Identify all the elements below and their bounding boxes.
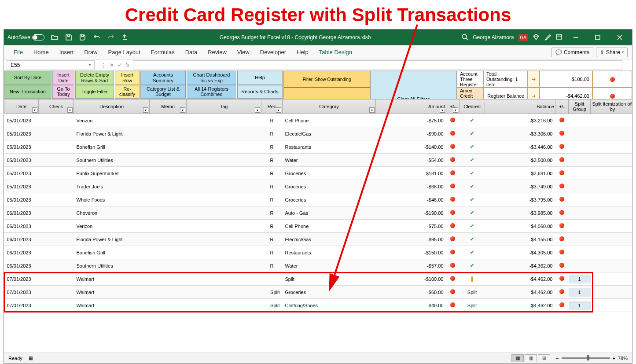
maximize-button[interactable] bbox=[589, 31, 607, 44]
fx-expand-icon[interactable]: ⋮ bbox=[101, 62, 106, 68]
sort-by-date-button[interactable]: Sort By Date bbox=[4, 71, 51, 85]
column-header[interactable]: Amount▾ bbox=[376, 99, 446, 114]
status-dot bbox=[592, 71, 632, 88]
table-row[interactable]: 07/01/2023WalmartSplitGroceries-$60.00Sp… bbox=[4, 286, 632, 299]
column-header[interactable]: Tag▾ bbox=[187, 99, 261, 114]
comments-button[interactable]: 💬 Comments bbox=[551, 48, 593, 57]
table-row[interactable]: 06/01/2023CheveronRAuto - Gas-$190.00✔-$… bbox=[4, 206, 632, 220]
save-as-icon[interactable] bbox=[79, 33, 87, 41]
user-avatar[interactable]: GA bbox=[518, 34, 528, 41]
tab-formulas[interactable]: Formulas bbox=[146, 47, 180, 57]
tab-insert[interactable]: Insert bbox=[54, 47, 79, 57]
fx-cancel-icon[interactable]: ✕ bbox=[110, 62, 114, 68]
share-button[interactable]: ⇪ Share ▾ bbox=[596, 48, 628, 57]
name-box[interactable]: E55▾ bbox=[7, 60, 95, 70]
new-transaction-button[interactable]: New Transaction bbox=[4, 85, 51, 99]
column-header[interactable]: +/-▾ bbox=[446, 99, 460, 114]
filter-icon[interactable]: ▾ bbox=[67, 107, 73, 113]
redo-icon[interactable] bbox=[107, 33, 115, 41]
tab-home[interactable]: Home bbox=[28, 47, 54, 57]
status-ready: Ready bbox=[8, 356, 22, 361]
column-header[interactable]: Split Group bbox=[569, 99, 591, 114]
table-row[interactable]: 07/01/2023WalmartSplit-$100.00❚-$4,462.0… bbox=[4, 272, 632, 286]
zoom-out-button[interactable]: − bbox=[556, 356, 559, 361]
tab-draw[interactable]: Draw bbox=[79, 47, 103, 57]
table-row[interactable]: 05/01/2023VerizonRCell Phone-$75.00✔-$3,… bbox=[4, 114, 632, 127]
table-row[interactable]: 07/01/2023WalmartSplitClothing/Shoes-$40… bbox=[4, 299, 632, 312]
tab-page-layout[interactable]: Page Layout bbox=[103, 47, 146, 57]
autosave-toggle[interactable]: AutoSave bbox=[7, 34, 44, 40]
table-row[interactable]: 05/01/2023Trader Joe'sRGroceries-$68.00✔… bbox=[4, 180, 632, 193]
filter-icon[interactable]: ▾ bbox=[369, 107, 375, 113]
undo-icon[interactable] bbox=[93, 33, 101, 41]
reports-charts-button[interactable]: Reports & Charts bbox=[237, 85, 283, 99]
category-budget-button[interactable]: Category List & Budget bbox=[140, 85, 186, 99]
table-row[interactable]: 06/01/2023Southern UtilitiesRWater-$57.0… bbox=[4, 259, 632, 272]
fx-confirm-icon[interactable]: ✓ bbox=[118, 62, 122, 68]
insert-date-button[interactable]: Insert Date bbox=[52, 71, 74, 85]
column-header[interactable]: Cleared bbox=[460, 99, 485, 114]
filter-icon[interactable]: ▾ bbox=[440, 107, 445, 113]
column-header[interactable]: Date▾ bbox=[4, 99, 39, 114]
filter-icon[interactable]: ▾ bbox=[32, 107, 37, 113]
minimize-button[interactable] bbox=[567, 31, 585, 44]
filter-outstanding-button[interactable]: Filter: Show Outstanding bbox=[283, 71, 370, 88]
table-row[interactable]: 06/01/2023Florida Power & LightRElectric… bbox=[4, 233, 632, 246]
tab-developer[interactable]: Developer bbox=[255, 47, 291, 57]
column-header[interactable]: +/- bbox=[555, 99, 569, 114]
tab-review[interactable]: Review bbox=[202, 47, 232, 57]
tab-table-design[interactable]: Table Design bbox=[314, 47, 357, 57]
filter-icon[interactable]: ▾ bbox=[276, 107, 281, 113]
tab-file[interactable]: File bbox=[8, 47, 28, 57]
page-layout-view-button[interactable]: ▥ bbox=[525, 354, 537, 362]
column-header[interactable]: Check▾ bbox=[39, 99, 74, 114]
search-icon[interactable] bbox=[461, 33, 468, 42]
accounts-summary-button[interactable]: Accounts Summary bbox=[140, 71, 186, 85]
accessibility-icon[interactable]: ▦ bbox=[29, 355, 33, 361]
touch-icon[interactable] bbox=[121, 33, 129, 41]
table-row[interactable]: 05/01/2023Publix SupermarketRGroceries-$… bbox=[4, 167, 632, 180]
paint-icon[interactable] bbox=[544, 33, 551, 42]
column-header[interactable]: Memo▾ bbox=[150, 99, 187, 114]
register-table-wrap[interactable]: Date▾Check▾Description▾Memo▾Tag▾Rec▾Cate… bbox=[4, 99, 632, 353]
filter-icon[interactable]: ▾ bbox=[255, 107, 260, 113]
filter-icon[interactable]: ▾ bbox=[143, 107, 148, 113]
insert-row-button[interactable]: Insert Row bbox=[115, 71, 140, 85]
page-break-view-button[interactable]: ⊞ bbox=[538, 354, 550, 362]
column-header[interactable]: Description▾ bbox=[74, 99, 150, 114]
user-name[interactable]: George Alzamora bbox=[473, 34, 514, 40]
diamond-icon[interactable] bbox=[533, 33, 540, 42]
fx-icon[interactable]: fx bbox=[125, 62, 129, 68]
zoom-level[interactable]: 78% bbox=[618, 356, 628, 361]
table-row[interactable]: 05/01/2023Florida Power & LightRElectric… bbox=[4, 127, 632, 140]
open-icon[interactable] bbox=[51, 33, 59, 41]
table-row[interactable]: 06/01/2023VerizonRCell Phone-$75.00✔-$4,… bbox=[4, 220, 632, 233]
filter-icon[interactable]: ▾ bbox=[180, 107, 185, 113]
column-header[interactable]: Balance bbox=[485, 99, 555, 114]
all-registers-button[interactable]: All 14 Registers Combined bbox=[187, 85, 236, 99]
zoom-in-button[interactable]: + bbox=[613, 356, 615, 361]
ribbon-mode-icon[interactable] bbox=[555, 33, 562, 42]
tab-view[interactable]: View bbox=[232, 47, 255, 57]
table-row[interactable]: 05/01/2023Southern UtilitiesRWater-$54.0… bbox=[4, 154, 632, 167]
normal-view-button[interactable]: ▦ bbox=[511, 354, 524, 362]
column-header[interactable]: Split itemization off by bbox=[591, 99, 632, 114]
table-row[interactable]: 06/01/2023Bonefish GrillRRestaurants-$15… bbox=[4, 246, 632, 259]
filter-icon[interactable]: ▾ bbox=[453, 107, 458, 113]
go-to-today-button[interactable]: Go To Today bbox=[52, 85, 74, 99]
help-button[interactable]: Help bbox=[237, 71, 283, 85]
tab-help[interactable]: Help bbox=[291, 47, 314, 57]
save-icon[interactable] bbox=[65, 33, 73, 41]
table-row[interactable]: 05/01/2023Whole FoodsRGroceries-$46.00✔-… bbox=[4, 193, 632, 206]
zoom-slider[interactable] bbox=[562, 357, 610, 359]
tab-data[interactable]: Data bbox=[180, 47, 202, 57]
delete-empty-button[interactable]: Delete Empty Rows & Sort bbox=[75, 71, 114, 85]
chart-dashboard-button[interactable]: Chart Dashboard Inc vs Exp bbox=[187, 71, 236, 85]
reclassify-button[interactable]: Re-classify bbox=[115, 85, 140, 99]
table-row[interactable]: 05/01/2023Bonefish GrillRRestaurants-$14… bbox=[4, 140, 632, 154]
toggle-filter-button[interactable]: Toggle Filter bbox=[75, 85, 114, 99]
formula-input[interactable] bbox=[133, 60, 622, 70]
close-button[interactable] bbox=[611, 31, 629, 44]
column-header[interactable]: Category▾ bbox=[283, 99, 376, 114]
column-header[interactable]: Rec▾ bbox=[261, 99, 283, 114]
